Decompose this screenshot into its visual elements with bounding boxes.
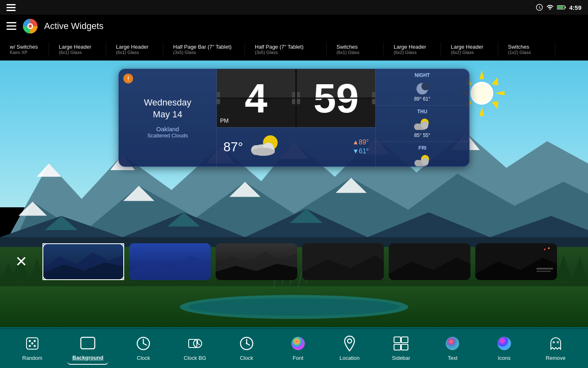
ampm-label: PM [220, 117, 229, 124]
svg-rect-85 [537, 268, 553, 269]
text-color-icon [443, 334, 461, 352]
toolbar-text[interactable]: Text [436, 331, 469, 364]
bottom-toolbar: Random Background Clock [0, 327, 588, 368]
toolbar-font[interactable]: Font [282, 331, 314, 364]
clock2-icon [238, 334, 256, 352]
forecast-fri-icon [414, 154, 432, 167]
svg-point-105 [246, 343, 247, 344]
hour-digit: 4 [245, 78, 267, 119]
svg-rect-4 [7, 25, 16, 27]
clock-icon [134, 334, 152, 352]
theme-swatch-selected[interactable] [42, 243, 124, 280]
warning-icon: ! [123, 73, 134, 84]
widget-item-1[interactable]: Large Header (6x1) Glass [49, 42, 106, 56]
forecast-night: NIGHT 89° 61° [376, 69, 469, 105]
forecast-section: NIGHT 89° 61° THU 85° 55° [375, 69, 469, 166]
widget-item-3[interactable]: Half Page Bar (7" Tablet) (3x5) Glass [163, 42, 245, 56]
svg-line-97 [143, 343, 147, 345]
status-right: 4:59 [536, 4, 581, 11]
svg-rect-86 [537, 271, 551, 272]
toolbar-location[interactable]: Location [333, 331, 366, 364]
svg-rect-111 [394, 337, 401, 343]
weather-icon-current [248, 135, 285, 159]
widget-item-4[interactable]: Half Page (7" Tablet) (3x5) Glass [245, 42, 327, 56]
svg-point-67 [414, 160, 421, 166]
location-label: Location [339, 355, 359, 361]
widget-item-0[interactable]: w/ Switches Kairo XP [0, 42, 49, 56]
toolbar-clock2[interactable]: Clock [230, 331, 263, 364]
toolbar-remove[interactable]: Remove [539, 331, 572, 364]
sidebar-label: Sidebar [392, 355, 410, 361]
toolbar-icons[interactable]: Icons [488, 331, 521, 364]
svg-rect-113 [394, 344, 401, 350]
hamburger-app-icon[interactable] [7, 22, 16, 30]
forecast-fri: FRI 74° 54° [376, 142, 469, 167]
forecast-night-icon [413, 81, 431, 96]
widget-item-2[interactable]: Large Header (6x1) Glass [106, 42, 163, 56]
toolbar-sidebar[interactable]: Sidebar [385, 331, 417, 364]
widget-date: WednesdayMay 14 [129, 97, 207, 120]
svg-marker-47 [492, 78, 498, 85]
icons-sphere-icon [497, 336, 512, 351]
status-clock: 4:59 [569, 4, 581, 11]
svg-marker-45 [496, 91, 504, 95]
background-label: Background [72, 355, 103, 361]
background-shape-icon [80, 337, 96, 350]
widget-item-6[interactable]: Large Header (6x2) Glass [384, 42, 441, 56]
toolbar-clock[interactable]: Clock [127, 331, 160, 364]
status-bar: 4:59 [0, 0, 588, 15]
flip-minute: 59 [297, 69, 375, 127]
svg-marker-42 [480, 71, 484, 79]
widget-header-row: w/ Switches Kairo XP Large Header (6x1) … [0, 38, 588, 61]
svg-marker-49 [492, 101, 498, 109]
svg-point-58 [252, 148, 275, 156]
app-title: Active Widgets [44, 21, 104, 31]
widget-item-7[interactable]: Large Header (6x2) Glass [441, 42, 498, 56]
battery-icon [557, 4, 566, 10]
wifi-icon [546, 4, 554, 11]
high-temp: ▲89° [352, 139, 369, 146]
theme-swatch-3[interactable] [216, 243, 297, 280]
svg-point-83 [544, 249, 546, 250]
svg-point-121 [553, 342, 554, 343]
status-left [7, 4, 16, 11]
font-label: Font [293, 355, 303, 361]
svg-rect-98 [189, 339, 197, 348]
clock-bg-label: Clock BG [184, 355, 206, 361]
font-sphere-icon [291, 336, 305, 351]
svg-point-60 [421, 82, 430, 90]
dice-icon [25, 336, 40, 351]
theme-swatch-2[interactable] [129, 243, 211, 280]
theme-swatch-5[interactable] [389, 243, 470, 280]
widget-date-section: WednesdayMay 14 Oakland Scattered Clouds [119, 69, 217, 166]
svg-point-68 [421, 158, 429, 165]
font-icon [289, 334, 307, 352]
theme-selector: ✕ [0, 237, 588, 286]
svg-point-92 [34, 345, 36, 347]
svg-rect-2 [557, 6, 564, 9]
random-icon [23, 334, 41, 352]
toolbar-clock-bg[interactable]: Clock BG [179, 331, 212, 364]
widget-item-5[interactable]: Switches (6x1) Glass [327, 42, 384, 56]
svg-point-64 [421, 121, 428, 129]
svg-rect-112 [401, 337, 408, 343]
sidebar-icon [392, 334, 410, 352]
current-temp: 87° [223, 139, 243, 155]
text-sphere-icon [445, 336, 460, 351]
clock-bg-icon [186, 334, 204, 352]
low-temp: ▼61° [352, 148, 369, 155]
svg-point-36 [188, 298, 400, 316]
background-icon [79, 334, 97, 352]
theme-swatch-6[interactable] [475, 243, 557, 280]
menu-icon[interactable] [7, 4, 16, 11]
grid-icon [393, 336, 409, 351]
theme-close-button[interactable]: ✕ [5, 245, 38, 278]
clock-label: Clock [137, 355, 150, 361]
svg-line-101 [198, 343, 200, 345]
widget-item-8[interactable]: Switches (1x2) Glass [498, 42, 555, 56]
theme-swatch-4[interactable] [302, 243, 384, 280]
flip-clock: PM 4 59 [217, 69, 375, 128]
toolbar-random[interactable]: Random [16, 331, 49, 364]
clock-bg-shape-icon [188, 336, 203, 351]
toolbar-background[interactable]: Background [67, 331, 108, 365]
